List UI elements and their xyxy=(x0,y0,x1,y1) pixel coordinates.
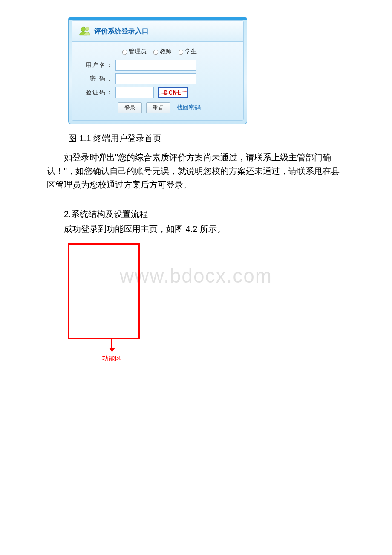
captcha-image[interactable]: DCNL xyxy=(158,87,188,98)
role-teacher-radio[interactable] xyxy=(153,50,159,55)
role-admin-text: 管理员 xyxy=(129,48,147,55)
password-row: 密 码： xyxy=(81,73,234,84)
svg-point-0 xyxy=(81,27,86,32)
login-header: 评价系统登录入口 xyxy=(72,21,243,42)
diagram-arrow: 功能区 xyxy=(102,339,121,363)
role-student-text: 学生 xyxy=(185,48,197,55)
role-admin-radio[interactable] xyxy=(122,50,127,55)
paragraph-2: 成功登录到功能应用主页，如图 4.2 所示。 xyxy=(47,223,345,235)
role-admin-label[interactable]: 管理员 xyxy=(120,48,147,55)
username-label: 用户名： xyxy=(81,61,115,69)
button-row: 登录 重置 找回密码 xyxy=(81,102,234,113)
watermark-text: www.bdocx.com xyxy=(120,264,272,287)
password-input[interactable] xyxy=(115,73,196,84)
login-inner: 评价系统登录入口 管理员 教师 学生 用户名： 密 码： 验证码： DCNL xyxy=(72,20,244,121)
role-teacher-label[interactable]: 教师 xyxy=(151,48,172,55)
paragraph-1: 如登录时弹出"您的综合素质评价方案尚未通过，请联系上级主管部门确认！"，如您确认… xyxy=(47,150,345,191)
arrow-head-icon xyxy=(109,348,115,352)
arrow-icon xyxy=(111,339,112,348)
users-icon xyxy=(79,25,91,37)
captcha-input[interactable] xyxy=(115,87,154,98)
role-student-label[interactable]: 学生 xyxy=(176,48,197,55)
role-teacher-text: 教师 xyxy=(160,48,172,55)
username-row: 用户名： xyxy=(81,60,234,71)
login-button[interactable]: 登录 xyxy=(118,102,142,113)
login-body: 管理员 教师 学生 用户名： 密 码： 验证码： DCNL 登录 重置 找回密码 xyxy=(72,42,243,120)
captcha-row: 验证码： DCNL xyxy=(81,87,234,98)
role-row: 管理员 教师 学生 xyxy=(81,48,234,55)
role-student-radio[interactable] xyxy=(178,50,183,55)
heading-2: 2.系统结构及设置流程 xyxy=(47,208,345,220)
svg-point-1 xyxy=(85,27,89,31)
login-panel: 评价系统登录入口 管理员 教师 学生 用户名： 密 码： 验证码： DCNL xyxy=(68,17,247,124)
captcha-label: 验证码： xyxy=(81,89,115,96)
login-title: 评价系统登录入口 xyxy=(94,27,149,36)
forgot-password-link[interactable]: 找回密码 xyxy=(177,104,201,112)
diagram-region: 功能区 xyxy=(68,243,141,363)
username-input[interactable] xyxy=(115,60,196,71)
figure-caption: 图 1.1 终端用户登录首页 xyxy=(68,133,375,144)
password-label: 密 码： xyxy=(81,75,115,83)
diagram-label: 功能区 xyxy=(102,355,121,363)
diagram-box xyxy=(68,243,140,339)
reset-button[interactable]: 重置 xyxy=(146,102,170,113)
